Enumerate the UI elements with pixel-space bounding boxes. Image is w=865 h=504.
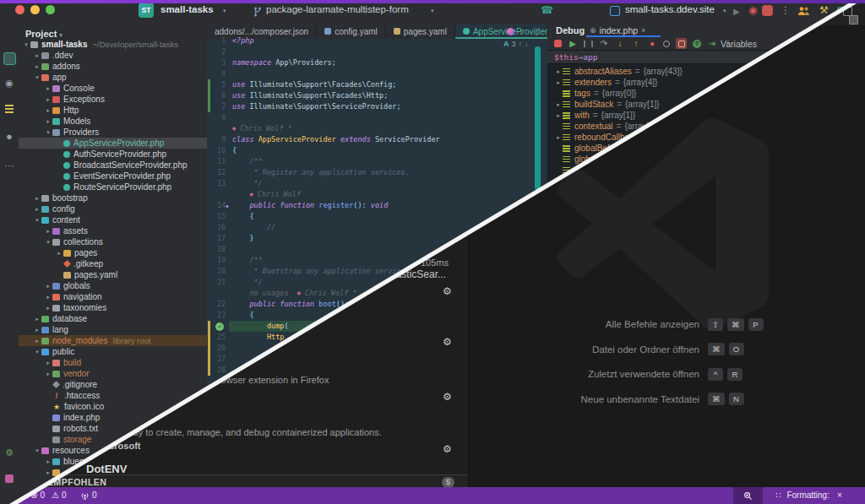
code-line[interactable]: 5use Illuminate\Support\Facades\Config;	[207, 79, 547, 90]
code-line[interactable]: 10{	[207, 145, 547, 156]
more-actions-icon[interactable]: ⋮	[781, 4, 791, 16]
more-tool-windows-icon[interactable]: ⋯	[3, 159, 16, 172]
extension-desc-docker[interactable]: easy to create, manage, and debug contai…	[123, 427, 382, 437]
tree-item[interactable]: ▸Console	[19, 83, 207, 94]
line-number[interactable]: 10	[209, 145, 226, 156]
line-number[interactable]: 18	[209, 244, 226, 255]
code-line[interactable]: 13 */	[207, 178, 547, 189]
resume-icon[interactable]: ▶	[568, 39, 578, 49]
run-button[interactable]: ▶	[733, 6, 740, 18]
code-line[interactable]: 12 * Register any application services.	[207, 167, 547, 178]
extension-gear-icon[interactable]: ⚙	[443, 336, 454, 348]
line-number[interactable]: 19	[209, 255, 226, 266]
project-tool-icon[interactable]	[3, 52, 16, 65]
tree-item[interactable]: pages.yaml	[19, 269, 207, 280]
ai-assistant-icon[interactable]	[507, 28, 514, 35]
line-number[interactable]: 27	[209, 354, 226, 365]
tab-index-php[interactable]: ⊕ index.php ×	[590, 25, 645, 35]
zoom-status-item[interactable]	[733, 487, 763, 504]
line-number[interactable]: 15	[209, 211, 226, 222]
macos-close-button[interactable]	[15, 5, 24, 14]
close-icon[interactable]: ×	[641, 26, 645, 35]
code-line[interactable]: 6use Illuminate\Support\Facades\Http;	[207, 90, 547, 101]
code-line[interactable]: 7use Illuminate\Support\ServiceProvider;	[207, 101, 547, 112]
debug-listener-phone-icon[interactable]: ☎	[541, 4, 553, 16]
help-icon[interactable]: ?	[693, 40, 701, 48]
tree-item[interactable]: ▾collections	[19, 236, 207, 247]
line-number[interactable]: 12	[209, 167, 226, 178]
code-line[interactable]: 1<?php	[207, 35, 547, 46]
formatting-status-item[interactable]: ∷ Formatting: ×	[775, 487, 842, 504]
line-number[interactable]: 17	[209, 233, 226, 244]
panel-toggle-icon[interactable]	[849, 15, 858, 24]
editor-scrollbar[interactable]	[535, 46, 541, 190]
line-number[interactable]: 4	[209, 68, 226, 79]
bookmarks-tool-icon[interactable]	[5, 105, 14, 113]
code-line[interactable]: 8	[207, 112, 547, 123]
tree-item[interactable]: ▸navigation	[19, 291, 207, 302]
line-number[interactable]: 8	[209, 112, 226, 123]
profiler-tool-icon[interactable]	[5, 474, 14, 483]
line-number[interactable]: 2	[209, 46, 226, 57]
code-inlay-row[interactable]: ☻ Chris Wolf *	[207, 123, 547, 134]
line-number[interactable]: 13	[209, 178, 226, 189]
code-line[interactable]: 9class AppServiceProvider extends Servic…	[207, 134, 547, 145]
tab-debug[interactable]: Debug	[556, 25, 585, 35]
build-tools-icon[interactable]: ⚒	[819, 4, 829, 16]
tree-item[interactable]: ▾content	[19, 214, 207, 225]
tree-item[interactable]: EventServiceProvider.php	[19, 171, 207, 182]
code-line[interactable]: 4	[207, 68, 547, 79]
line-number[interactable]: 25	[209, 332, 226, 343]
line-number[interactable]: 6	[209, 90, 226, 101]
step-out-icon[interactable]: ↑	[631, 39, 641, 49]
variables-pane-label[interactable]: Variables	[721, 39, 757, 49]
line-number[interactable]: 23	[209, 310, 226, 321]
debug-button[interactable]: ◉	[748, 4, 757, 16]
code-with-me-icon[interactable]	[797, 6, 810, 16]
tree-item[interactable]: ▾small-tasks~/Developer/small-tasks	[19, 39, 207, 50]
tree-item[interactable]: .gitkeep	[19, 258, 207, 269]
view-breakpoints-icon[interactable]	[663, 41, 670, 47]
tree-item[interactable]: ▾Providers	[19, 127, 207, 138]
project-switcher[interactable]: small-tasks	[160, 4, 214, 14]
pause-icon[interactable]	[584, 41, 593, 47]
tree-item[interactable]: AppServiceProvider.php	[19, 138, 207, 149]
code-line[interactable]: 3namespace App\Providers;	[207, 57, 547, 68]
breakpoint-icon[interactable]: ✓	[215, 322, 224, 331]
macos-zoom-button[interactable]	[46, 5, 55, 14]
settings-gear-icon[interactable]: ⚙	[3, 446, 16, 459]
extension-name-dotenv[interactable]: DotENV	[86, 463, 127, 475]
line-number[interactable]: 21	[209, 277, 226, 288]
ports-status-item[interactable]: 0	[80, 487, 97, 504]
line-number[interactable]: 9	[209, 134, 226, 145]
tree-item[interactable]: ▸node_moduleslibrary root	[19, 335, 207, 346]
mute-breakpoints-icon[interactable]: ●	[647, 39, 657, 49]
stop-icon[interactable]	[554, 40, 562, 47]
commit-tool-icon[interactable]: ◉	[3, 76, 16, 89]
code-line[interactable]: 11 /**	[207, 156, 547, 167]
tree-item[interactable]: ▸bootstrap	[19, 192, 207, 203]
line-number[interactable]: 20	[209, 266, 226, 277]
line-number[interactable]: 26	[209, 343, 226, 354]
tree-item[interactable]: ▸.ddev	[19, 50, 207, 61]
branch-switcher[interactable]: package-laramate-multistep-form	[266, 4, 409, 14]
code-line[interactable]: 2	[207, 46, 547, 57]
tree-item[interactable]: BroadcastServiceProvider.php	[19, 160, 207, 171]
extension-gear-icon[interactable]: ⚙	[443, 391, 454, 403]
macos-minimize-button[interactable]	[30, 5, 40, 14]
code-line[interactable]: 14◆ public function register(): void	[207, 200, 547, 211]
tree-item[interactable]: ▸pages	[19, 247, 207, 258]
tree-item[interactable]: ▸database	[19, 313, 207, 324]
tree-item[interactable]: ▸assets	[19, 225, 207, 236]
tree-item[interactable]: ▸vendor	[19, 368, 207, 379]
step-over-icon[interactable]: ↷	[599, 39, 609, 49]
line-number[interactable]: 1	[209, 35, 226, 46]
tree-item[interactable]: ▸taxonomies	[19, 302, 207, 313]
line-number[interactable]: 14	[209, 200, 226, 211]
tree-item[interactable]: RouteServiceProvider.php	[19, 182, 207, 192]
tree-item[interactable]: ▸globals	[19, 280, 207, 291]
tree-item[interactable]: ▸config	[19, 203, 207, 214]
line-number[interactable]: 11	[209, 156, 226, 167]
tree-item[interactable]: ▸Exceptions	[19, 94, 207, 105]
extension-gear-icon[interactable]: ⚙	[443, 285, 454, 297]
